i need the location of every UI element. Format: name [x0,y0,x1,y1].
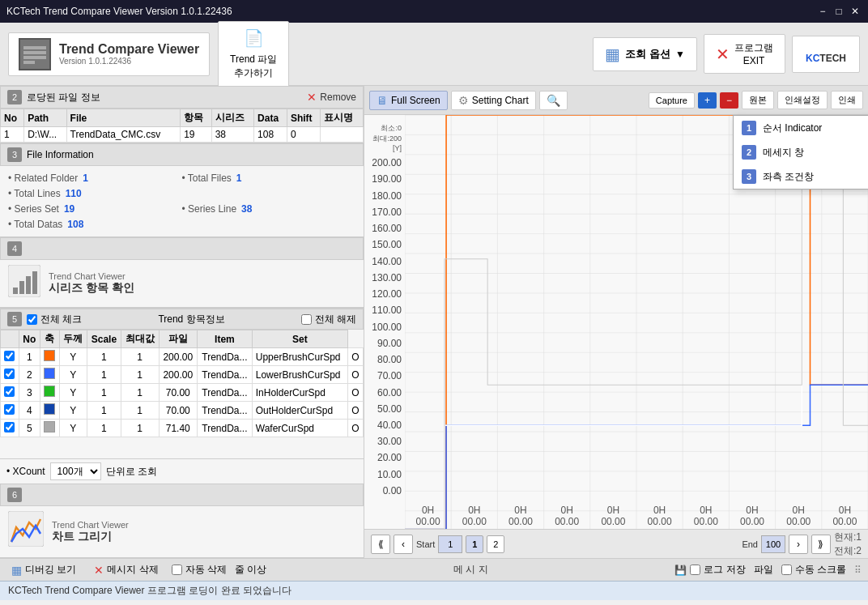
setting-chart-button[interactable]: ⚙ Setting Chart [451,91,536,110]
cell-check[interactable] [1,402,19,420]
logo-icon [19,38,51,70]
color-box [44,403,55,415]
y-tick-120: 120.00 [368,288,402,300]
minimize-button[interactable]: − [816,5,829,18]
col-scale: Scale [87,330,121,348]
cell-check[interactable] [1,420,19,437]
list-item[interactable]: 5 Y 1 1 71.40 TrendDa... WaferCurSpd O [1,420,364,437]
cell-check[interactable] [1,348,19,366]
section6-header: 6 [0,484,364,506]
page1-button[interactable]: 1 [466,535,483,553]
message-label: 메 시 지 [453,564,488,575]
print-settings-button[interactable]: 인쇄설정 [777,91,828,109]
uncheck-all-button[interactable]: 전체 해제 [301,313,356,326]
zoom-button[interactable]: 🔍 [539,91,568,110]
debug-button[interactable]: ▦ 디버깅 보기 [6,561,81,578]
cell-color [40,366,59,384]
start-value-input[interactable] [438,535,462,553]
cell-no: 5 [19,420,40,437]
check-all-checkbox[interactable] [27,314,37,325]
list-item[interactable]: 4 Y 1 1 70.00 TrendDa... OutHolderCurSpd… [1,402,364,420]
log-save-checkbox[interactable] [690,565,700,575]
total-label: 전체:2 [834,544,862,558]
table-row[interactable]: 1 D:\W... TrendData_CMC.csv 19 38 108 0 [1,127,364,143]
item-checkbox[interactable] [4,422,15,432]
dropdown-item-1[interactable]: 1 순서 Indicator [734,116,868,140]
item-checkbox[interactable] [4,369,15,379]
cell-display [321,127,364,143]
total-datas-row: • Total Datas 108 [8,217,182,232]
xcount-select[interactable]: 100개 200개 500개 [50,462,101,480]
y-tick-90: 90.00 [368,338,402,349]
exit-button[interactable]: ✕ 프로그램 EXIT [704,34,785,74]
item-checkbox[interactable] [4,404,15,415]
nav-next-button[interactable]: › [789,535,808,554]
title-bar: KCTech Trend Compare Viewer Version 1.0.… [0,0,868,23]
y-tick-150: 150.00 [368,239,402,250]
end-value-input[interactable] [761,535,785,553]
nav-first-button[interactable]: ⟪ [371,535,390,554]
delete-message-button[interactable]: ✕ 메시지 삭제 [89,561,163,578]
check-all-button[interactable]: 전체 체크 [27,313,82,326]
col-set: Set [252,330,347,348]
cell-check[interactable] [1,366,19,384]
section3-content: • Related Folder 1 • Total Files 1 • Tot… [0,166,364,236]
auto-delete-check[interactable]: 자동 삭제 [172,563,227,577]
file-table-wrapper: No Path File 항목 시리즈 Data Shift 표시명 1 D:\ [0,109,364,143]
item-checkbox[interactable] [4,386,15,397]
col-file2: 파일 [159,330,197,348]
cell-no: 1 [1,127,24,143]
add-trend-button[interactable]: 📄 Trend 파일 추가하기 [218,21,289,87]
col-no2: No [19,330,40,348]
maximize-button[interactable]: □ [832,5,845,18]
dropdown-item-3[interactable]: 3 좌측 조건창 [734,164,868,189]
plus-button[interactable]: + [698,92,717,109]
exit-icon: ✕ [716,45,730,64]
original-button[interactable]: 원본 [742,91,774,109]
fullscreen-button[interactable]: 🖥 Full Screen [369,91,448,110]
log-save-button[interactable]: 💾 로그 저장 [674,563,745,577]
list-item[interactable]: 1 Y 1 1 200.00 TrendDa... UpperBrushCurS… [1,348,364,366]
dropdown-item-2[interactable]: 2 메세지 창 [734,140,868,164]
cell-no: 1 [19,348,40,366]
remove-button[interactable]: ✕ Remove [307,91,356,104]
close-button[interactable]: ✕ [849,5,862,18]
cell-color [40,420,59,437]
options-button[interactable]: ▦ 조회 옵션 ▼ [593,37,697,71]
print-button[interactable]: 인쇄 [831,91,863,109]
capture-button[interactable]: Capture [649,92,695,109]
cell-maxval: 200.00 [159,366,197,384]
nav-last-button[interactable]: ⟫ [811,535,831,554]
title-bar-controls: − □ ✕ [816,5,862,18]
minus-button[interactable]: − [720,92,738,109]
color-box [44,421,55,432]
section6-content: Trend Chart Viewer 차트 그리기 [0,506,364,557]
debug-icon: ▦ [11,564,22,577]
color-box [44,386,55,397]
cell-check[interactable] [1,384,19,402]
col-data: Data [254,109,287,127]
items-table-body: 1 Y 1 1 200.00 TrendDa... UpperBrushCurS… [1,348,364,437]
page2-button[interactable]: 2 [487,535,504,553]
main-layout: 2 로당된 파일 정보 ✕ Remove No Path File 항목 [0,86,868,558]
nav-prev-button[interactable]: ‹ [394,535,413,554]
list-item[interactable]: 2 Y 1 1 200.00 TrendDa... LowerBrushCurS… [1,366,364,384]
section5-header: 5 전체 체크 Trend 항목정보 전체 해제 [0,309,364,330]
chart-toolbar: 🖥 Full Screen ⚙ Setting Chart 🔍 1 순서 Ind… [364,86,868,115]
cell-file: TrendDa... [198,348,253,366]
header-right: ▦ 조회 옵션 ▼ ✕ 프로그램 EXIT KCTECH [593,34,860,74]
add-btn-line1: Trend 파일 [230,53,277,66]
section2: 2 로당된 파일 정보 ✕ Remove No Path File 항목 [0,86,364,143]
col-file: File [66,109,181,127]
scroll-checkbox[interactable] [781,565,792,575]
xcount-row: • XCount 100개 200개 500개 단위로 조회 [0,458,364,484]
auto-delete-checkbox[interactable] [172,565,182,575]
file-label-section: 파일 [754,563,773,577]
list-item[interactable]: 3 Y 1 1 70.00 TrendDa... InHolderCurSpd … [1,384,364,402]
start-label: Start [416,539,435,549]
dropdown-menu: 1 순서 Indicator 2 메세지 창 3 좌측 조건창 [733,115,868,190]
item-checkbox[interactable] [4,351,15,361]
scroll-check[interactable]: 수동 스크롤 [781,563,846,577]
uncheck-all-checkbox[interactable] [301,314,312,325]
total-files-row: • Total Files 1 [182,171,356,185]
